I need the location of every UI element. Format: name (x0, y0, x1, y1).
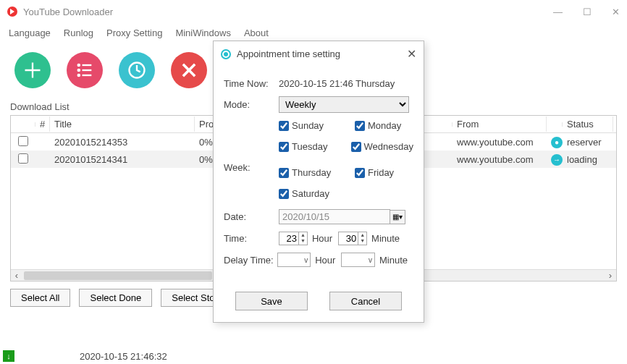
menu-runlog[interactable]: Runlog (64, 27, 93, 38)
delay-minute-unit: Minute (379, 255, 408, 266)
mode-label: Mode: (224, 99, 279, 110)
dialog-footer: Save Cancel (214, 283, 424, 322)
dialog-close-button[interactable]: ✕ (407, 47, 416, 61)
sunday-checkbox[interactable]: Sunday (279, 120, 337, 131)
date-input[interactable] (279, 209, 390, 224)
col-num[interactable]: # (35, 117, 50, 132)
time-now-label: Time Now: (224, 78, 279, 89)
svg-rect-1 (83, 64, 92, 66)
row-checkbox[interactable] (18, 153, 28, 164)
cell-title: 20201015214341 (50, 152, 195, 167)
dialog-titlebar: Appointment time setting ✕ (214, 41, 424, 67)
status-icon: ● (551, 137, 563, 148)
delay-hour-select[interactable]: v (277, 253, 311, 267)
menu-proxy[interactable]: Proxy Setting (106, 27, 162, 38)
remove-button[interactable] (171, 52, 207, 88)
delay-hour-unit: Hour (315, 255, 335, 266)
menu-miniwindows[interactable]: MiniWindows (175, 27, 231, 38)
maximize-button[interactable]: ☐ (583, 7, 592, 17)
dialog-icon (221, 49, 231, 59)
menubar: Language Runlog Proxy Setting MiniWindow… (0, 23, 627, 42)
delay-label: Delay Time: (224, 255, 277, 266)
dialog-body: Time Now: 2020-10-15 21:46 Thursday Mode… (214, 67, 424, 283)
x-icon (179, 60, 199, 80)
col-checkbox[interactable] (11, 122, 35, 127)
close-window-button[interactable]: ✕ (612, 7, 620, 17)
plus-icon (22, 60, 43, 80)
col-from[interactable]: From (453, 117, 547, 132)
tuesday-checkbox[interactable]: Tuesday (279, 141, 334, 152)
hour-down-icon[interactable]: ▼ (299, 238, 307, 244)
select-all-button[interactable]: Select All (10, 289, 70, 307)
cell-from: www.youtube.com (453, 152, 547, 167)
app-icon (7, 7, 17, 17)
delay-minute-select[interactable]: v (341, 253, 375, 267)
schedule-button[interactable] (119, 52, 155, 88)
wednesday-checkbox[interactable]: Wednesday (351, 141, 413, 152)
time-now-value: 2020-10-15 21:46 Thursday (279, 78, 413, 89)
cell-from: www.youtube.com (453, 135, 547, 150)
app-title: YouTube Downloader (23, 7, 113, 17)
hour-up-icon[interactable]: ▲ (299, 232, 307, 238)
svg-point-4 (77, 74, 81, 77)
window-controls: — ☐ ✕ (553, 7, 620, 17)
date-label: Date: (224, 211, 279, 222)
calendar-button[interactable]: ▦▾ (390, 210, 405, 224)
cell-title: 20201015214353 (50, 135, 195, 150)
row-checkbox[interactable] (18, 136, 28, 146)
list-icon (75, 60, 95, 80)
appointment-dialog: Appointment time setting ✕ Time Now: 202… (213, 41, 424, 323)
week-label: Week: (224, 162, 279, 173)
time-label: Time: (224, 233, 279, 244)
download-icon[interactable]: ↓ (3, 350, 14, 362)
col-status-icon (547, 122, 563, 127)
scroll-left-icon[interactable]: ‹ (11, 270, 22, 281)
add-button[interactable] (14, 52, 51, 88)
clock-icon (127, 60, 147, 80)
menu-language[interactable]: Language (9, 27, 51, 38)
cell-status: loading (563, 152, 613, 167)
list-button[interactable] (67, 52, 103, 88)
statusbar: ↓ 2020-10-15 21:46:32 (0, 348, 627, 364)
monday-checkbox[interactable]: Monday (355, 120, 413, 131)
minute-down-icon[interactable]: ▼ (358, 238, 366, 244)
thursday-checkbox[interactable]: Thursday (279, 167, 337, 178)
col-title[interactable]: Title (50, 117, 195, 132)
minimize-button[interactable]: — (553, 7, 563, 17)
scrollbar-thumb[interactable] (24, 271, 212, 280)
minute-unit: Minute (371, 233, 400, 244)
svg-point-2 (77, 69, 81, 72)
dialog-title: Appointment time setting (237, 48, 340, 59)
col-status[interactable]: Status (563, 117, 613, 132)
save-button[interactable]: Save (235, 292, 308, 310)
status-icon: → (551, 154, 563, 166)
cancel-button[interactable]: Cancel (329, 292, 402, 310)
saturday-checkbox[interactable]: Saturday (279, 188, 344, 199)
minute-spinner[interactable]: ▲▼ (338, 232, 367, 245)
scroll-right-icon[interactable]: › (605, 270, 616, 281)
friday-checkbox[interactable]: Friday (355, 167, 413, 178)
svg-rect-3 (83, 69, 92, 71)
week-checkboxes: Sunday Monday Tuesday Wednesday (279, 120, 413, 152)
svg-rect-5 (83, 75, 92, 76)
minute-up-icon[interactable]: ▲ (358, 232, 366, 238)
status-time: 2020-10-15 21:46:32 (80, 351, 167, 362)
mode-select[interactable]: Weekly (279, 96, 409, 113)
cell-status: reserver (563, 135, 613, 150)
hour-spinner[interactable]: ▲▼ (279, 232, 308, 245)
titlebar: YouTube Downloader — ☐ ✕ (0, 0, 627, 23)
select-done-button[interactable]: Select Done (79, 289, 152, 307)
svg-point-0 (77, 64, 81, 67)
hour-unit: Hour (312, 233, 332, 244)
menu-about[interactable]: About (244, 27, 269, 38)
